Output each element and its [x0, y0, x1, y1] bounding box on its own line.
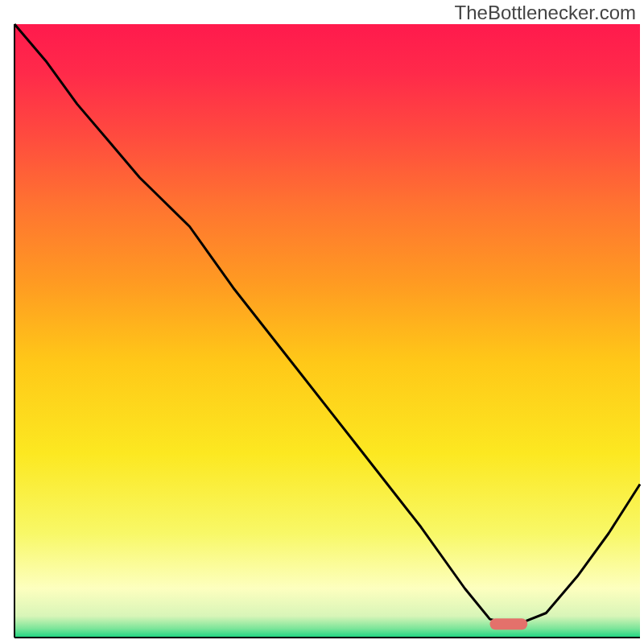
optimal-region-marker [490, 618, 528, 630]
watermark-label: TheBottlenecker.com [455, 2, 636, 24]
bottleneck-chart [0, 0, 644, 644]
gradient-background [14, 24, 640, 638]
chart-root: TheBottlenecker.com [0, 0, 644, 644]
